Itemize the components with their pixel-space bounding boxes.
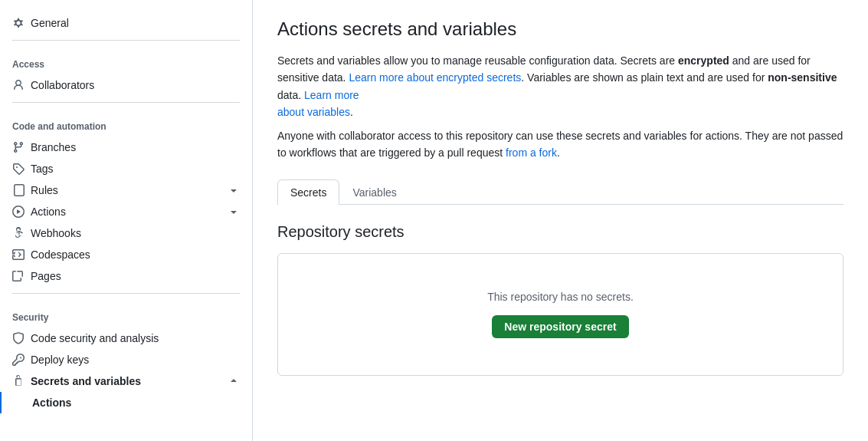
new-repository-secret-button[interactable]: New repository secret [492, 315, 628, 338]
section-label-code-automation: Code and automation [0, 109, 252, 137]
sidebar-item-secrets-variables[interactable]: Secrets and variables [0, 370, 252, 392]
sidebar-item-webhooks[interactable]: Webhooks [0, 222, 252, 244]
sidebar-codespaces-label: Codespaces [31, 248, 90, 261]
person-icon [12, 79, 25, 91]
pages-icon [12, 270, 25, 282]
section-label-access: Access [0, 47, 252, 74]
divider-3 [12, 293, 240, 294]
branch-icon [12, 141, 25, 153]
sidebar-general-label: General [31, 17, 69, 29]
sidebar-branches-label: Branches [31, 141, 76, 153]
link-encrypted-secrets[interactable]: Learn more about encrypted secrets [349, 71, 521, 84]
section-label-security: Security [0, 300, 252, 327]
rules-icon [12, 184, 25, 196]
sidebar-collaborators-label: Collaborators [31, 79, 94, 91]
description-line1: Secrets and variables allow you to manag… [277, 52, 843, 121]
sidebar-item-rules[interactable]: Rules [0, 179, 252, 201]
sidebar: General Access Collaborators Code and au… [0, 0, 253, 441]
tabs-container: Secrets Variables [277, 179, 843, 205]
sidebar-item-code-security[interactable]: Code security and analysis [0, 327, 252, 349]
sidebar-webhooks-label: Webhooks [31, 227, 81, 239]
anyone-description: Anyone with collaborator access to this … [277, 127, 843, 162]
sidebar-sub-item-actions[interactable]: Actions [0, 392, 252, 413]
gear-icon [12, 17, 25, 29]
chevron-down-icon [228, 184, 240, 196]
sidebar-deploy-keys-label: Deploy keys [31, 354, 89, 366]
main-content: Actions secrets and variables Secrets an… [253, 0, 868, 441]
sidebar-item-general[interactable]: General [0, 12, 252, 34]
link-from-fork[interactable]: from a fork [506, 146, 557, 159]
sidebar-code-security-label: Code security and analysis [31, 332, 159, 344]
secret-icon [12, 375, 25, 387]
sidebar-item-pages[interactable]: Pages [0, 265, 252, 287]
codespaces-icon [12, 248, 25, 261]
chevron-up-icon [228, 375, 240, 387]
sidebar-item-codespaces[interactable]: Codespaces [0, 244, 252, 265]
repository-secrets-title: Repository secrets [277, 223, 843, 241]
sidebar-tags-label: Tags [31, 163, 54, 175]
sidebar-secrets-label: Secrets and variables [31, 375, 141, 387]
divider-2 [12, 102, 240, 103]
sidebar-pages-label: Pages [31, 270, 61, 282]
bold-nonsensitive: non-sensitive [768, 71, 837, 84]
tag-icon [12, 163, 25, 175]
sidebar-item-actions-left: Actions [12, 206, 66, 218]
bold-encrypted: encrypted [678, 54, 729, 67]
chevron-down-icon-2 [228, 206, 240, 218]
sidebar-item-collaborators[interactable]: Collaborators [0, 74, 252, 96]
page-title: Actions secrets and variables [277, 18, 843, 40]
webhook-icon [12, 227, 25, 239]
sidebar-item-actions[interactable]: Actions [0, 201, 252, 222]
key-icon [12, 354, 25, 366]
divider-1 [12, 40, 240, 41]
sidebar-item-deploy-keys[interactable]: Deploy keys [0, 349, 252, 370]
sidebar-item-secrets-left: Secrets and variables [12, 375, 141, 387]
sidebar-item-tags[interactable]: Tags [0, 158, 252, 179]
sidebar-item-rules-left: Rules [12, 184, 58, 196]
tab-secrets[interactable]: Secrets [277, 179, 339, 205]
tab-variables[interactable]: Variables [339, 179, 409, 205]
sidebar-item-branches[interactable]: Branches [0, 137, 252, 158]
sidebar-sub-actions-label: Actions [32, 397, 71, 409]
actions-icon [12, 206, 25, 218]
no-secrets-text: This repository has no secrets. [487, 291, 634, 303]
secrets-empty-box: This repository has no secrets. New repo… [277, 253, 843, 376]
shield-icon [12, 332, 25, 344]
sidebar-rules-label: Rules [31, 184, 58, 196]
link-variables[interactable]: Learn moreabout variables [277, 89, 359, 118]
sidebar-actions-label: Actions [31, 206, 66, 218]
